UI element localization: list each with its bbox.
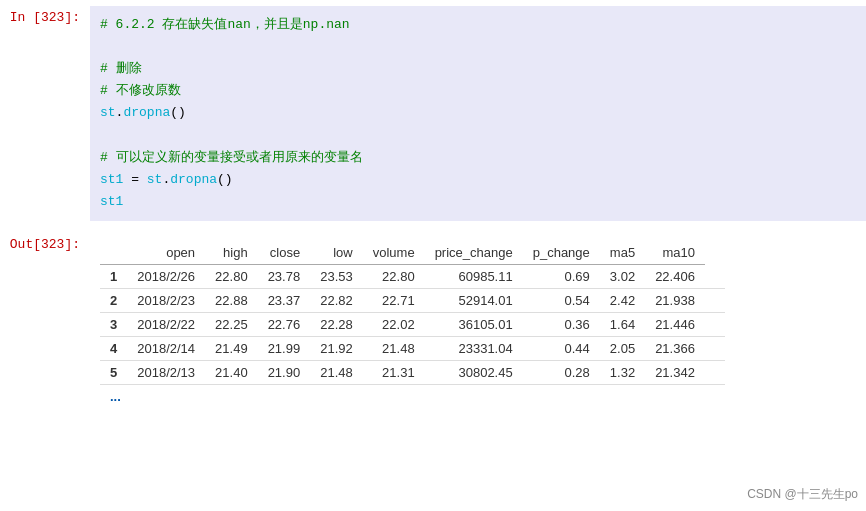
td-index: 4 (100, 336, 127, 360)
comment-2: # 删除 (100, 61, 142, 76)
td-volume: 36105.01 (425, 312, 523, 336)
td-ma5: 21.938 (645, 288, 705, 312)
table-row: 5 2018/2/13 21.40 21.90 21.48 21.31 3080… (100, 360, 725, 384)
th-price-change: price_change (425, 241, 523, 265)
table-row: 2 2018/2/23 22.88 23.37 22.82 22.71 5291… (100, 288, 725, 312)
table-row: 4 2018/2/14 21.49 21.99 21.92 21.48 2333… (100, 336, 725, 360)
th-ma5: ma5 (600, 241, 645, 265)
code-line-2: # 删除 (100, 58, 856, 80)
td-low: 21.31 (363, 360, 425, 384)
table-row: 3 2018/2/22 22.25 22.76 22.28 22.02 3610… (100, 312, 725, 336)
td-index: 1 (100, 264, 127, 288)
td-open: 22.88 (205, 288, 258, 312)
td-close: 21.48 (310, 360, 363, 384)
td-high: 23.78 (258, 264, 311, 288)
watermark: CSDN @十三先生po (747, 486, 858, 503)
td-index: 5 (100, 360, 127, 384)
out-label: Out[323]: (0, 233, 90, 412)
td-close: 22.82 (310, 288, 363, 312)
th-high: high (205, 241, 258, 265)
code-line-1: # 6.2.2 存在缺失值nan，并且是np.nan (100, 14, 856, 36)
code-line-blank-1 (100, 36, 856, 58)
td-volume: 52914.01 (425, 288, 523, 312)
td-close: 22.28 (310, 312, 363, 336)
code-line-5: # 可以定义新的变量接受或者用原来的变量名 (100, 147, 856, 169)
td-high: 21.99 (258, 336, 311, 360)
comment-3: # 不修改原数 (100, 83, 181, 98)
td-low: 22.80 (363, 264, 425, 288)
td-index: 3 (100, 312, 127, 336)
input-cell: In [323]: # 6.2.2 存在缺失值nan，并且是np.nan # 删… (0, 0, 866, 227)
td-open: 21.49 (205, 336, 258, 360)
td-price-change: 0.69 (523, 264, 600, 288)
th-ma10: ma10 (645, 241, 705, 265)
th-open: open (127, 241, 205, 265)
td-index: 2 (100, 288, 127, 312)
code-line-6: st1 = st.dropna() (100, 169, 856, 191)
td-price-change: 0.54 (523, 288, 600, 312)
td-date: 2018/2/14 (127, 336, 205, 360)
td-price-change: 0.44 (523, 336, 600, 360)
td-high: 23.37 (258, 288, 311, 312)
td-close: 21.92 (310, 336, 363, 360)
td-open: 22.25 (205, 312, 258, 336)
td-open: 21.40 (205, 360, 258, 384)
td-price-change: 0.28 (523, 360, 600, 384)
td-p-change: 2.42 (600, 288, 645, 312)
td-low: 21.48 (363, 336, 425, 360)
td-ma10 (705, 288, 725, 312)
comment-1: # 6.2.2 存在缺失值nan，并且是np.nan (100, 17, 350, 32)
td-p-change: 1.64 (600, 312, 645, 336)
table-row: 1 2018/2/26 22.80 23.78 23.53 22.80 6098… (100, 264, 725, 288)
td-close: 23.53 (310, 264, 363, 288)
code-line-4: st.dropna() (100, 102, 856, 124)
code-dropna: st (100, 105, 116, 120)
table-header-row: open high close low volume price_change … (100, 241, 725, 265)
code-line-blank-2 (100, 124, 856, 146)
code-block: # 6.2.2 存在缺失值nan，并且是np.nan # 删除 # 不修改原数 … (90, 6, 866, 221)
td-date: 2018/2/13 (127, 360, 205, 384)
th-close: close (258, 241, 311, 265)
th-low: low (310, 241, 363, 265)
td-p-change: 3.02 (600, 264, 645, 288)
th-p-change: p_change (523, 241, 600, 265)
td-ma5: 21.366 (645, 336, 705, 360)
td-volume: 23331.04 (425, 336, 523, 360)
td-date: 2018/2/22 (127, 312, 205, 336)
td-ma5: 21.342 (645, 360, 705, 384)
td-high: 22.76 (258, 312, 311, 336)
th-volume: volume (363, 241, 425, 265)
comment-4: # 可以定义新的变量接受或者用原来的变量名 (100, 150, 363, 165)
td-ma10 (705, 360, 725, 384)
output-area: open high close low volume price_change … (90, 233, 866, 412)
code-line-7: st1 (100, 191, 856, 213)
td-p-change: 1.32 (600, 360, 645, 384)
td-volume: 60985.11 (425, 264, 523, 288)
td-low: 22.02 (363, 312, 425, 336)
td-p-change: 2.05 (600, 336, 645, 360)
td-price-change: 0.36 (523, 312, 600, 336)
ellipsis-cell: ... (100, 384, 725, 408)
table-ellipsis-row: ... (100, 384, 725, 408)
td-ma5: 22.406 (645, 264, 705, 288)
td-open: 22.80 (205, 264, 258, 288)
data-table: open high close low volume price_change … (100, 241, 725, 408)
td-high: 21.90 (258, 360, 311, 384)
td-ma10 (705, 336, 725, 360)
td-ma5: 21.446 (645, 312, 705, 336)
td-date: 2018/2/23 (127, 288, 205, 312)
output-cell: Out[323]: open high close low volume pri… (0, 227, 866, 418)
th-index (100, 241, 127, 265)
td-date: 2018/2/26 (127, 264, 205, 288)
td-volume: 30802.45 (425, 360, 523, 384)
td-low: 22.71 (363, 288, 425, 312)
code-line-3: # 不修改原数 (100, 80, 856, 102)
td-ma10 (705, 312, 725, 336)
in-label: In [323]: (0, 6, 90, 221)
td-ma10 (705, 264, 725, 288)
